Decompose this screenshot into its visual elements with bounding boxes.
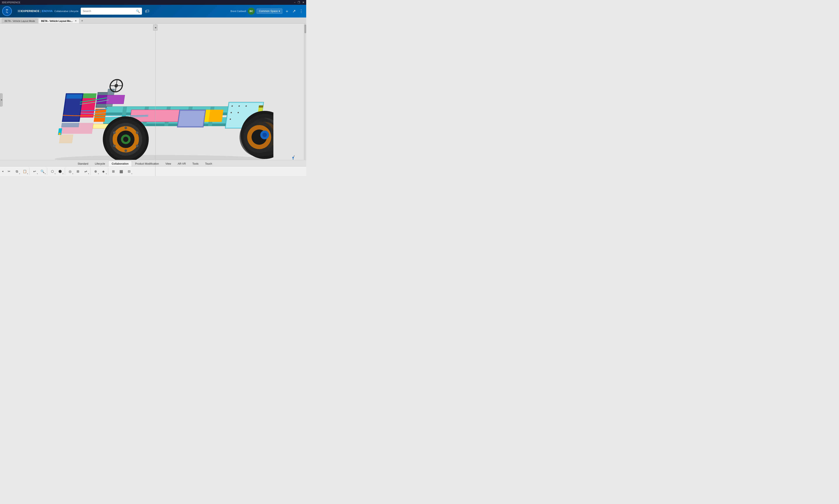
tab-standard[interactable]: Standard bbox=[74, 161, 92, 166]
toolbar-section-edit: ✂ ⧉ ▾ 📋 ▾ bbox=[4, 168, 30, 175]
svg-point-79 bbox=[263, 133, 267, 137]
app-title: 3DEXPERIENCE bbox=[2, 1, 20, 4]
model-canvas[interactable] bbox=[0, 24, 306, 176]
brand-experience: EXPERIENCE bbox=[21, 10, 40, 13]
tag-icon[interactable]: 🏷 bbox=[145, 9, 149, 14]
svg-rect-21 bbox=[66, 94, 83, 98]
add-component-button[interactable]: ⊕ ▾ bbox=[92, 168, 99, 175]
viewport-divider bbox=[155, 24, 156, 176]
svg-point-56 bbox=[124, 149, 127, 152]
share-icon[interactable]: ↗ bbox=[291, 8, 297, 14]
tab-close-icon[interactable]: ✕ bbox=[75, 20, 76, 22]
svg-rect-34 bbox=[106, 95, 125, 104]
cut-button[interactable]: ✂ bbox=[5, 168, 13, 175]
tab-product-modification[interactable]: Product Modification bbox=[132, 161, 162, 166]
minimize-button[interactable]: − bbox=[294, 1, 296, 4]
tab-view[interactable]: View bbox=[162, 161, 174, 166]
main-viewport: ◀ ◀ bbox=[0, 24, 306, 176]
user-area: Brent Caldwell BC Common Space ▾ ＋ ↗ ⋮ bbox=[231, 8, 304, 15]
svg-rect-35 bbox=[60, 123, 94, 134]
navigate-button[interactable]: ◎ ▾ bbox=[66, 168, 74, 175]
svg-point-62 bbox=[123, 137, 128, 142]
layout-button[interactable]: ⊞ bbox=[74, 168, 82, 175]
tab-lifecycle[interactable]: Lifecycle bbox=[92, 161, 108, 166]
svg-rect-18 bbox=[178, 111, 205, 126]
close-button[interactable]: ✕ bbox=[302, 1, 304, 4]
search-button[interactable]: 🔍 bbox=[134, 10, 142, 13]
icon-toolbar: ◀ ✂ ⧉ ▾ 📋 ▾ ↩ ▾ bbox=[0, 166, 306, 176]
app-logo[interactable]: 3D VR bbox=[2, 6, 12, 16]
brand-separator: | bbox=[40, 10, 42, 13]
search-bar[interactable]: 🔍 bbox=[81, 8, 142, 15]
bottom-section: Standard Lifecycle Collaboration Product… bbox=[0, 160, 306, 176]
toolbar-section-history: ↩ ▾ 🔍 ▾ bbox=[30, 168, 47, 175]
svg-point-60 bbox=[136, 145, 139, 147]
display-options-button[interactable]: ⊟ ▾ bbox=[125, 168, 133, 175]
toolbar-section-display: ⊞ ▦ ⊟ ▾ bbox=[109, 168, 133, 175]
title-bar-left: 3DEXPERIENCE bbox=[2, 1, 20, 4]
svg-rect-16 bbox=[209, 110, 223, 122]
undo-button[interactable]: ↩ ▾ bbox=[31, 168, 38, 175]
tab-add-button[interactable]: + bbox=[80, 18, 85, 23]
restore-button[interactable]: ❐ bbox=[298, 1, 300, 4]
grid-button[interactable]: ⊞ bbox=[110, 168, 117, 175]
brand-product: ENOVIA bbox=[42, 10, 53, 13]
paste-button[interactable]: 📋 ▾ bbox=[21, 168, 29, 175]
user-name: Brent Caldwell bbox=[231, 10, 246, 13]
more-options-icon[interactable]: ⋮ bbox=[298, 8, 304, 14]
swap-button[interactable]: ⇌ ▾ bbox=[82, 168, 89, 175]
tab-0[interactable]: BETA - Vehicle Layout Mode bbox=[2, 18, 38, 23]
search-input[interactable] bbox=[81, 10, 134, 13]
toolbar-section-navigation: ◎ ▾ ⊞ ⇌ ▾ bbox=[66, 168, 91, 175]
view-options-button[interactable]: ⬢ ▾ bbox=[56, 168, 64, 175]
header: 3D VR 3DEXPERIENCE | ENOVIA Collaborativ… bbox=[0, 5, 306, 18]
svg-rect-36 bbox=[59, 134, 73, 143]
measure-button[interactable]: ◈ ▾ bbox=[100, 168, 107, 175]
tab-bar: BETA - Vehicle Layout Mode BETA - Vehicl… bbox=[0, 18, 306, 24]
title-bar-controls[interactable]: − ❐ ✕ bbox=[294, 1, 304, 4]
vertical-scrollbar[interactable] bbox=[304, 24, 306, 176]
tool-tab-bar: Standard Lifecycle Collaboration Product… bbox=[0, 160, 306, 166]
brand-section: 3DEXPERIENCE | ENOVIA Collaborative Life… bbox=[18, 10, 78, 13]
tab-1[interactable]: BETA - Vehicle Layout Mo... ✕ bbox=[38, 18, 79, 23]
title-bar: 3DEXPERIENCE − ❐ ✕ bbox=[0, 0, 306, 5]
svg-point-58 bbox=[136, 131, 139, 134]
avatar[interactable]: BC bbox=[248, 8, 255, 15]
brand-subtitle: Collaborative Lifecycle bbox=[54, 10, 78, 13]
svg-text:Z: Z bbox=[293, 155, 295, 157]
logo-area: 3D VR bbox=[2, 6, 15, 16]
tab-collaboration[interactable]: Collaboration bbox=[108, 161, 132, 166]
svg-rect-49 bbox=[258, 105, 263, 108]
scroll-thumb[interactable] bbox=[304, 24, 306, 33]
tab-ar-vr[interactable]: AR-VR bbox=[174, 161, 189, 166]
copy-button[interactable]: ⧉ ▾ bbox=[13, 168, 21, 175]
barcode-button[interactable]: ▦ bbox=[118, 168, 125, 175]
toolbar-section-view: ⬡ ▾ ⬢ ▾ bbox=[48, 168, 65, 175]
common-space-button[interactable]: Common Space ▾ bbox=[256, 8, 282, 14]
svg-rect-23 bbox=[83, 93, 96, 98]
svg-point-55 bbox=[124, 127, 127, 129]
tab-tools[interactable]: Tools bbox=[189, 161, 202, 166]
toolbar-scroll-left[interactable]: ◀ bbox=[1, 168, 4, 175]
vehicle-model bbox=[33, 41, 273, 168]
brand-prefix: 3D bbox=[18, 10, 21, 13]
tab-touch[interactable]: Touch bbox=[202, 161, 215, 166]
magnify-button[interactable]: 🔍 ▾ bbox=[39, 168, 46, 175]
toolbar-section-tools: ⊕ ▾ ◈ ▾ bbox=[91, 168, 108, 175]
svg-point-57 bbox=[113, 131, 116, 134]
panel-collapse-handle[interactable]: ◀ bbox=[153, 24, 158, 31]
svg-point-59 bbox=[113, 145, 116, 147]
add-icon[interactable]: ＋ bbox=[284, 8, 290, 15]
3d-view-button[interactable]: ⬡ ▾ bbox=[49, 168, 56, 175]
